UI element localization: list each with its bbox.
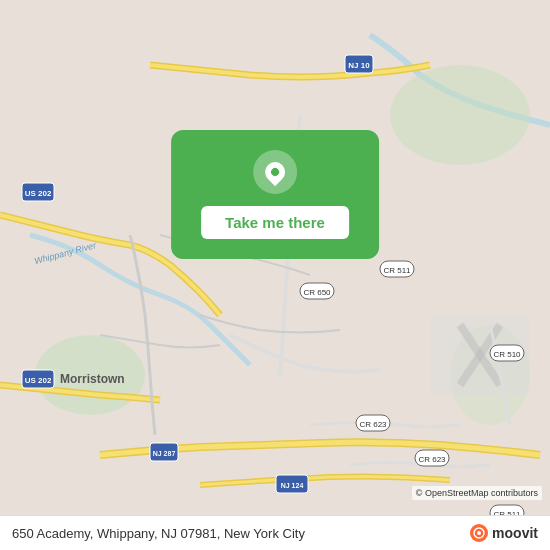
moovit-brand-text: moovit bbox=[492, 525, 538, 541]
svg-text:NJ 124: NJ 124 bbox=[281, 482, 304, 489]
svg-point-31 bbox=[477, 531, 481, 535]
map-container: Whippany River bbox=[0, 0, 550, 550]
svg-text:US 202: US 202 bbox=[25, 189, 52, 198]
svg-point-2 bbox=[390, 65, 530, 165]
location-popup: Take me there bbox=[171, 130, 379, 259]
svg-text:CR 511: CR 511 bbox=[383, 266, 411, 275]
moovit-logo-icon bbox=[470, 524, 488, 542]
pin-circle bbox=[253, 150, 297, 194]
map-roads: Whippany River bbox=[0, 0, 550, 550]
osm-attribution: © OpenStreetMap contributors bbox=[412, 486, 542, 500]
svg-text:CR 650: CR 650 bbox=[303, 288, 331, 297]
svg-text:NJ 10: NJ 10 bbox=[348, 61, 370, 70]
svg-text:CR 510: CR 510 bbox=[493, 350, 521, 359]
svg-text:CR 623: CR 623 bbox=[359, 420, 387, 429]
svg-text:Morristown: Morristown bbox=[60, 372, 125, 386]
bottom-bar: 650 Academy, Whippany, NJ 07981, New Yor… bbox=[0, 515, 550, 550]
take-me-there-button[interactable]: Take me there bbox=[201, 206, 349, 239]
location-pin-icon bbox=[261, 158, 289, 186]
moovit-logo: moovit bbox=[470, 524, 538, 542]
svg-text:CR 623: CR 623 bbox=[418, 455, 446, 464]
address-text: 650 Academy, Whippany, NJ 07981, New Yor… bbox=[12, 526, 305, 541]
svg-text:Whippany River: Whippany River bbox=[33, 240, 98, 266]
svg-text:NJ 287: NJ 287 bbox=[153, 450, 176, 457]
svg-text:US 202: US 202 bbox=[25, 376, 52, 385]
address-container: 650 Academy, Whippany, NJ 07981, New Yor… bbox=[12, 526, 305, 541]
